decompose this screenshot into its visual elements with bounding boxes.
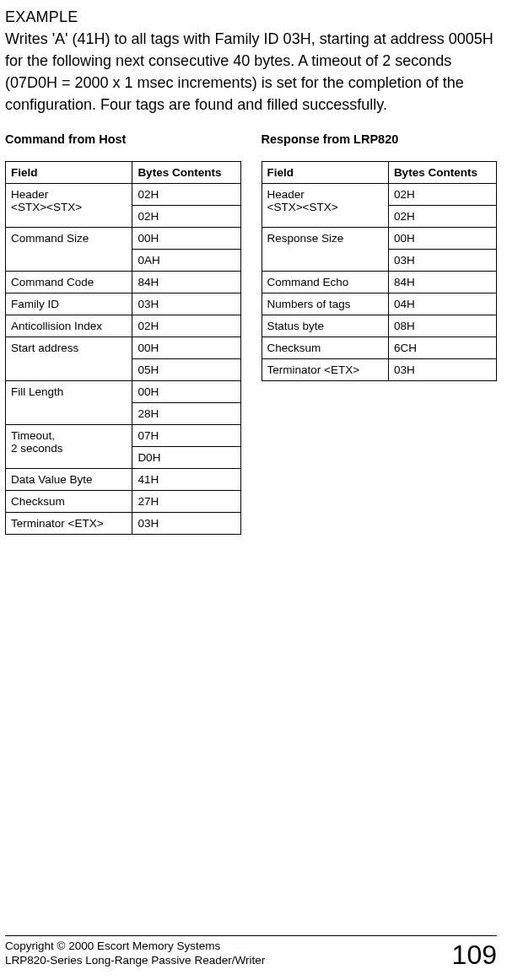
table-row: Response Size00H [262,228,497,250]
response-byte: 08H [388,315,496,337]
page-number: 109 [452,941,497,968]
command-byte: 00H [132,337,240,359]
response-byte: 00H [388,228,496,250]
command-field: Checksum [6,491,132,513]
command-byte: 00H [132,381,240,403]
table-row: Command Echo84H [262,272,497,293]
command-byte: 03H [132,513,240,535]
command-byte: 07H [132,425,240,447]
command-field: Terminator <ETX> [6,513,132,535]
command-field: Command Code [6,272,132,293]
response-byte: 02H [388,184,496,206]
response-table-header-field: Field [262,162,388,184]
table-row: Timeout,2 seconds07H [6,425,241,447]
command-byte: 28H [132,403,240,425]
response-byte: 03H [388,250,496,272]
command-byte: 02H [132,206,240,228]
command-byte: 84H [132,272,240,293]
table-row: Family ID03H [6,293,241,315]
command-field: Start address [6,337,132,381]
response-byte: 02H [388,206,496,228]
table-row: Checksum27H [6,491,241,513]
response-field: Checksum [262,337,388,359]
table-row: Header<STX><STX>02H [6,184,241,206]
table-row: Command Size00H [6,228,241,250]
response-field: Response Size [262,228,388,272]
command-byte: 02H [132,184,240,206]
response-byte: 84H [388,272,496,293]
table-row: Data Value Byte41H [6,469,241,491]
response-table: Field Bytes Contents Header<STX><STX>02H… [262,161,498,381]
command-field: Fill Length [6,381,132,425]
command-table: Field Bytes Contents Header<STX><STX>02H… [5,161,241,535]
response-byte: 03H [388,359,496,381]
command-byte: 00H [132,228,240,250]
footer-product: LRP820-Series Long-Range Passive Reader/… [5,954,265,967]
command-byte: D0H [132,447,240,469]
response-field: Numbers of tags [262,293,388,315]
command-table-title: Command from Host [5,132,241,146]
table-row: Command Code84H [6,272,241,293]
response-field: Terminator <ETX> [262,359,388,381]
command-byte: 27H [132,491,240,513]
response-byte: 04H [388,293,496,315]
command-field: Anticollision Index [6,315,132,337]
table-row: Numbers of tags04H [262,293,497,315]
page-footer: Copyright © 2000 Escort Memory Systems L… [5,935,497,968]
table-row: Anticollision Index02H [6,315,241,337]
command-field: Command Size [6,228,132,272]
table-row: Terminator <ETX>03H [262,359,497,381]
command-byte: 02H [132,315,240,337]
command-byte: 0AH [132,250,240,272]
command-field: Header<STX><STX> [6,184,132,228]
command-field: Family ID [6,293,132,315]
command-table-header-bytes: Bytes Contents [132,162,240,184]
response-byte: 6CH [388,337,496,359]
command-byte: 03H [132,293,240,315]
response-field: Header<STX><STX> [262,184,388,228]
response-table-header-bytes: Bytes Contents [388,162,496,184]
table-row: Status byte08H [262,315,497,337]
example-body: Writes 'A' (41H) to all tags with Family… [5,28,497,116]
footer-copyright: Copyright © 2000 Escort Memory Systems [5,940,220,952]
command-table-header-field: Field [6,162,132,184]
command-field: Data Value Byte [6,469,132,491]
command-byte: 05H [132,359,240,381]
response-field: Command Echo [262,272,388,293]
example-heading: EXAMPLE [5,8,497,26]
table-row: Fill Length00H [6,381,241,403]
table-row: Start address00H [6,337,241,359]
table-row: Header<STX><STX>02H [262,184,497,206]
response-table-title: Response from LRP820 [262,132,498,146]
table-row: Terminator <ETX>03H [6,513,241,535]
response-field: Status byte [262,315,388,337]
command-byte: 41H [132,469,240,491]
table-row: Checksum6CH [262,337,497,359]
command-field: Timeout,2 seconds [6,425,132,469]
